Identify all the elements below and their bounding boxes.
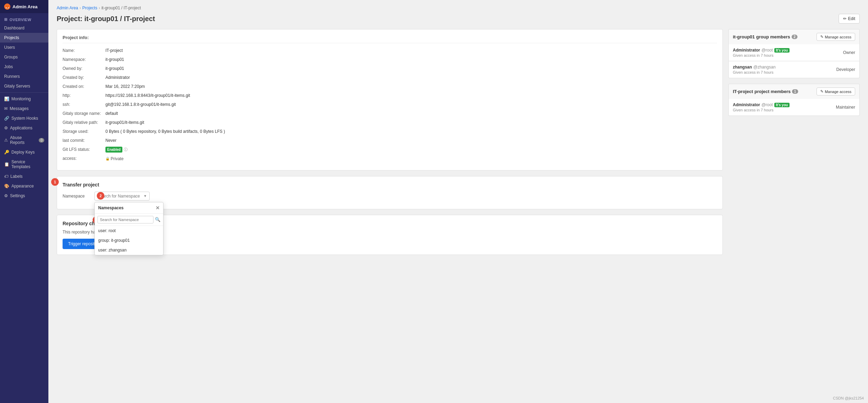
info-gitaly-storage: Gitaly storage name: default [63,110,717,117]
project-info-card: Project info: Name: IT-project Namespace… [57,29,723,171]
lfs-status-value: Enabled [105,147,122,153]
group-member-row-0: Administrator @root It's you Given acces… [728,44,860,61]
owned-by-value: it-group01 [105,65,124,72]
project-member-access-time: Given access in 7 hours [733,108,790,112]
dropdown-header: Namespaces ✕ [95,202,163,214]
sidebar-item-labels[interactable]: 🏷 Labels [0,172,48,181]
sidebar-item-users[interactable]: Users [0,43,48,52]
sidebar: 🦊 Admin Area ⊞ Overview Dashboard Projec… [0,0,48,403]
namespace-select[interactable]: ▼ [94,192,150,201]
sidebar-item-dashboard[interactable]: Dashboard [0,23,48,33]
manage-access-icon: ✎ [820,35,823,39]
abuse-icon: ⚠ [4,138,8,143]
namespace-search-input[interactable] [94,192,150,201]
project-member-count: 1 [792,89,798,94]
member-info-admin: Administrator @root It's you Given acces… [733,48,790,57]
info-gitaly-path: Gitaly relative path: it-group01/it-item… [63,119,717,126]
project-name-value: IT-project [105,47,123,54]
breadcrumb-sep1: › [80,6,81,10]
breadcrumb-sep2: › [99,6,100,10]
info-http: http: https://192.168.1.8:8443/it-group0… [63,92,717,99]
deploy-keys-icon: 🔑 [4,150,9,155]
dropdown-close-button[interactable]: ✕ [156,205,160,211]
info-created-by: Created by: Administrator [63,74,717,81]
groups-label: Groups [4,55,18,59]
appearance-icon: 🎨 [4,184,9,189]
sidebar-item-runners[interactable]: Runners [0,72,48,81]
lock-icon: 🔒 [105,156,110,161]
ssh-value: git@192.168.1.8:it-group01/it-items.git [105,101,176,108]
edit-button[interactable]: ✏ Edit [839,14,860,24]
group-member-count: 2 [792,35,798,39]
member-name-zhangsan: zhangsan @zhangsan [733,65,776,70]
namespace-label: Namespace [63,194,90,199]
sidebar-item-groups[interactable]: Groups [0,52,48,62]
group-members-header: it-group01 group members 2 ✎ Manage acce… [728,29,860,44]
group-members-title: it-group01 group members 2 [733,34,797,39]
sidebar-item-gitaly-servers[interactable]: Gitaly Servers [0,81,48,91]
sidebar-item-system-hooks[interactable]: 🔗 System Hooks [0,113,48,123]
namespace-dropdown: Namespaces ✕ 🔍 user: root group: it-grou… [94,202,164,255]
project-member-info-admin: Administrator @root It's you Given acces… [733,102,790,112]
project-manage-access-button[interactable]: ✎ Manage access [816,88,855,95]
sidebar-item-deploy-keys[interactable]: 🔑 Deploy Keys [0,147,48,157]
info-ssh: ssh: git@192.168.1.8:it-group01/it-items… [63,101,717,108]
project-member-row-0: Administrator @root It's you Given acces… [728,99,860,116]
access-value: 🔒 Private [105,156,123,162]
member-info-zhangsan: zhangsan @zhangsan Given access in 7 hou… [733,65,776,74]
app-logo-icon: 🦊 [4,3,10,10]
sidebar-item-settings[interactable]: ⚙ Settings [0,191,48,201]
sidebar-item-service-templates[interactable]: 📋 Service Templates [0,157,48,172]
applications-icon: ⚙ [4,126,8,130]
project-members-title: IT-project project members 1 [733,89,798,94]
created-by-value: Administrator [105,74,130,81]
search-icon: 🔍 [155,217,160,222]
namespace-value: it-group01 [105,56,124,63]
group-manage-access-button[interactable]: ✎ Manage access [816,33,855,41]
breadcrumb-current: it-group01 / IT-project [101,6,141,10]
sidebar-item-appearance[interactable]: 🎨 Appearance [0,181,48,191]
group-member-row-1: zhangsan @zhangsan Given access in 7 hou… [728,61,860,78]
sidebar-item-jobs[interactable]: Jobs [0,62,48,72]
jobs-label: Jobs [4,64,13,69]
member-access-time-zhangsan: Given access in 7 hours [733,70,776,74]
credit: CSDN @jks21254 [833,396,864,400]
gitaly-path-value: it-group01/it-items.git [105,119,144,126]
last-commit-value: Never [105,137,116,144]
hooks-icon: 🔗 [4,116,9,121]
info-namespace: Namespace: it-group01 [63,56,717,63]
edit-icon: ✏ [843,16,847,21]
left-column: Project info: Name: IT-project Namespace… [57,29,723,255]
sidebar-item-projects[interactable]: Projects [0,33,48,43]
two-col-layout: Project info: Name: IT-project Namespace… [57,29,860,255]
member-name-admin: Administrator @root It's you [733,48,790,53]
transfer-title: Transfer project [63,182,717,187]
breadcrumb: Admin Area › Projects › it-group01 / IT-… [57,6,860,10]
dropdown-search-input[interactable] [97,216,153,223]
sidebar-item-monitoring[interactable]: 📊 Monitoring [0,94,48,104]
info-last-commit: last commit: Never [63,137,717,144]
gitaly-label: Gitaly Servers [4,84,30,89]
breadcrumb-admin-area[interactable]: Admin Area [57,6,78,10]
info-icon: ⓘ [124,147,128,153]
users-label: Users [4,45,15,50]
breadcrumb-projects[interactable]: Projects [82,6,97,10]
sidebar-divider-1 [0,92,48,93]
dropdown-item-root[interactable]: user: root [95,226,163,236]
sidebar-item-applications[interactable]: ⚙ Applications [0,123,48,133]
its-you-badge-project: It's you [774,103,790,107]
sidebar-item-abuse-reports[interactable]: ⚠ Abuse Reports 0 [0,133,48,147]
service-templates-icon: 📋 [4,162,9,167]
info-access: access: 🔒 Private [63,155,717,162]
sidebar-header: 🦊 Admin Area [0,0,48,13]
member-role-developer: Developer [836,67,855,72]
namespace-form-row: Namespace ▼ Namespaces ✕ [63,192,717,201]
sidebar-item-messages[interactable]: ✉ Messages [0,104,48,113]
project-members-section: IT-project project members 1 ✎ Manage ac… [728,84,860,116]
its-you-badge-group: It's you [774,48,790,53]
messages-icon: ✉ [4,106,8,111]
monitoring-icon: 📊 [4,97,9,101]
grid-icon: ⊞ [4,17,8,22]
dropdown-item-itgroup01[interactable]: group: it-group01 [95,236,163,245]
dropdown-item-zhangsan[interactable]: user: zhangsan [95,245,163,255]
